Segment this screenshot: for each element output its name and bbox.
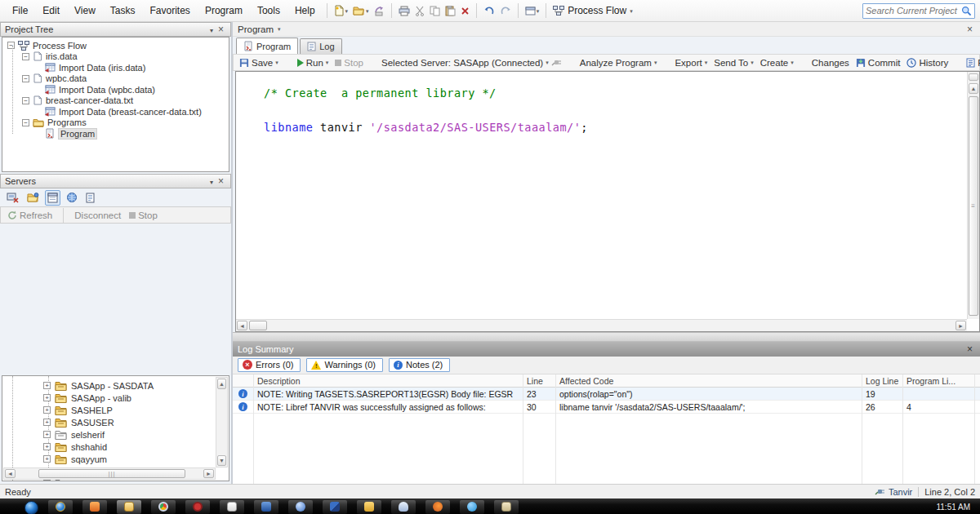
collapse-toggle-icon[interactable] [22,97,29,104]
pin-panel-icon[interactable] [207,177,216,186]
column-header-program-line[interactable]: Program Li... [902,374,980,387]
collapse-toggle-icon[interactable] [22,119,29,126]
taskbar-app-blue-icon[interactable] [254,500,278,514]
editor-hscrollbar[interactable]: ◄ ► [236,319,967,331]
search-box[interactable] [862,3,975,19]
expand-toggle-icon[interactable] [43,394,51,401]
tree-item-wpbc-data[interactable]: wpbc.data [2,73,229,85]
expand-toggle-icon[interactable] [43,431,51,438]
history-button[interactable]: History [905,57,950,69]
document-view-button[interactable] [83,190,97,206]
analyze-program-button[interactable]: Analyze Program [578,57,659,69]
errors-filter-button[interactable]: × Errors (0) [238,358,301,372]
server-item-sasapp-valib[interactable]: SASApp - valib [43,392,131,404]
servers-hscrollbar[interactable]: ◄ ||| ► [3,467,216,480]
column-header-affected-code[interactable]: Affected Code [555,374,862,387]
redo-button[interactable] [497,4,514,17]
dropdown-caret-icon[interactable] [751,60,754,65]
properties-button[interactable]: Properties [964,57,980,69]
menu-tools[interactable]: Tools [250,2,287,20]
taskbar-skype-icon[interactable] [460,500,484,514]
expand-toggle-icon[interactable] [43,419,51,426]
expand-toggle-icon[interactable] [43,382,51,389]
horizontal-splitter[interactable] [233,332,980,342]
close-icon[interactable] [216,175,226,187]
selected-server-dropdown[interactable]: Selected Server: SASApp (Connected) [380,57,564,69]
taskbar-paint-icon[interactable] [494,500,519,514]
taskbar-firefox-icon[interactable] [425,500,450,514]
changes-button[interactable]: Changes [810,57,851,69]
dropdown-caret-icon[interactable] [278,26,281,32]
dropdown-caret-icon[interactable] [546,60,549,65]
save-button[interactable]: Save [238,57,280,69]
taskbar-visual-studio-icon[interactable] [323,500,347,514]
expand-toggle-icon[interactable] [43,480,51,481]
tree-item-import-iris[interactable]: Import Data (iris.data) [2,62,229,73]
scroll-down-button[interactable]: ▼ [217,455,226,466]
dropdown-caret-icon[interactable] [630,8,633,14]
menu-file[interactable]: File [5,2,35,20]
refresh-button[interactable]: Refresh [6,210,54,221]
column-header-description[interactable]: Description [253,374,523,387]
folder-view-button[interactable] [24,190,42,205]
expand-toggle-icon[interactable] [43,406,51,414]
process-flow-button[interactable]: Process Flow [550,3,635,18]
collapse-toggle-icon[interactable] [22,53,29,60]
menu-favorites[interactable]: Favorites [143,2,198,20]
taskbar-office-icon[interactable] [82,500,107,514]
close-icon[interactable] [964,343,975,355]
scroll-left-button[interactable]: ◄ [5,469,16,478]
tree-item-import-breast-cancer[interactable]: Import Data (breast-cancer-data.txt) [2,106,229,117]
taskbar-notepad-icon[interactable] [220,500,244,514]
open-button[interactable] [350,4,372,17]
send-to-button[interactable]: Send To [712,57,755,69]
start-button[interactable] [24,501,38,514]
cut-button[interactable] [412,4,427,18]
servers-vscrollbar[interactable]: ▲ ≡ ▼ [216,377,228,467]
taskbar-media-icon[interactable] [357,500,381,514]
server-list-view-button[interactable] [45,190,60,206]
dropdown-caret-icon[interactable] [705,60,708,65]
server-item-selsherif[interactable]: selsherif [43,428,105,441]
taskbar-clock[interactable]: 11:51 AM [936,500,973,512]
scroll-up-button[interactable]: ▲ [969,83,978,94]
paste-button[interactable] [443,4,458,18]
collapse-toggle-icon[interactable] [22,75,29,82]
taskbar-explorer-icon[interactable] [117,500,141,514]
column-header-line[interactable]: Line [523,374,555,387]
run-button[interactable]: Run [295,57,331,69]
window-layout-button[interactable] [523,5,542,17]
commit-button[interactable]: Commit [854,57,902,69]
dropdown-caret-icon[interactable] [366,8,369,14]
stop-button[interactable]: Stop [127,210,159,221]
tree-item-program[interactable]: Program [2,128,229,140]
undo-button[interactable] [481,4,497,17]
server-item-sasapp-sasdata[interactable]: SASApp - SASDATA [43,379,154,392]
close-icon[interactable] [964,24,975,35]
print-button[interactable] [396,4,412,18]
dropdown-caret-icon[interactable] [537,8,540,14]
pin-panel-icon[interactable] [207,25,216,34]
close-icon[interactable] [216,24,226,35]
new-connection-button[interactable] [4,190,21,206]
new-button[interactable] [332,3,351,18]
dropdown-caret-icon[interactable] [345,8,349,14]
scroll-left-button[interactable]: ◄ [237,321,247,330]
tree-item-process-flow[interactable]: Process Flow [2,40,229,51]
dropdown-caret-icon[interactable] [654,60,657,65]
taskbar-app-circle-icon[interactable] [288,500,313,514]
taskbar-ie-icon[interactable] [48,500,73,514]
dropdown-caret-icon[interactable] [791,60,794,65]
editor-vscrollbar[interactable]: ▲ ≡ [967,72,979,319]
menu-help[interactable]: Help [287,2,323,20]
taskbar-glass-icon[interactable] [391,500,416,514]
tree-item-import-wpbc[interactable]: Import Data (wpbc.data) [2,84,229,95]
log-table-row[interactable]: i NOTE: Libref TANVIR was successfully a… [233,401,980,414]
menu-program[interactable]: Program [198,2,250,20]
notes-filter-button[interactable]: i Notes (2) [389,358,450,372]
server-item-shshahid[interactable]: shshahid [43,441,107,453]
expand-toggle-icon[interactable] [43,443,51,450]
connected-user[interactable]: Tanvir [889,487,912,497]
export-button[interactable]: Export [673,57,709,69]
dropdown-caret-icon[interactable] [275,60,278,65]
